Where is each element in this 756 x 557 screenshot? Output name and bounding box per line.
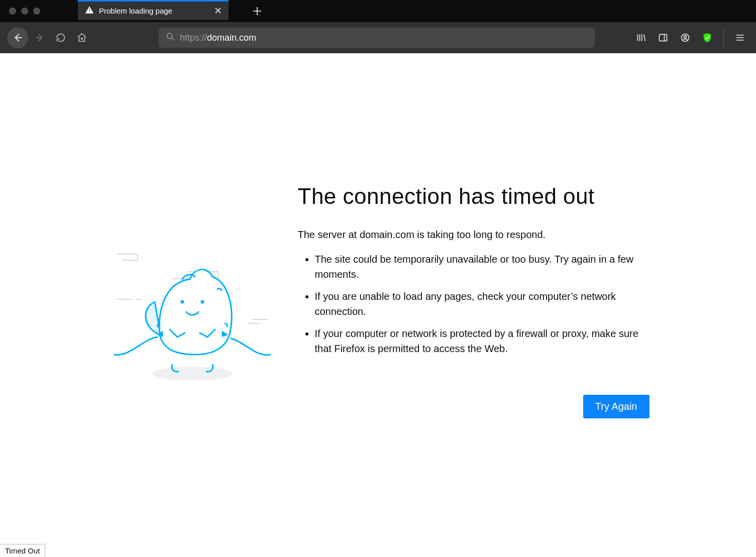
url-host: domain.com [207,33,256,43]
sidebar-button[interactable] [654,29,672,47]
back-button[interactable] [7,27,28,48]
traffic-lights [9,8,40,15]
error-bullet: If you are unable to load any pages, che… [315,289,650,319]
error-container: The connection has timed out The server … [107,184,650,380]
svg-point-1 [167,33,172,39]
error-heading: The connection has timed out [298,184,650,209]
library-button[interactable] [632,29,650,47]
svg-point-4 [684,36,687,38]
browser-window: Problem loading page https://domain.com [0,0,756,557]
content-area: The connection has timed out The server … [0,53,756,557]
error-suggestions: The site could be temporarily unavailabl… [298,252,650,356]
error-copy: The connection has timed out The server … [278,184,650,380]
svg-point-6 [181,301,183,303]
svg-point-0 [81,38,83,39]
url-bar[interactable]: https://domain.com [159,28,595,48]
toolbar: https://domain.com [0,22,756,53]
error-bullet: If your computer or network is protected… [315,326,650,356]
toolbar-divider [723,29,724,46]
new-tab-button[interactable] [246,0,268,22]
error-message: The server at domain.com is taking too l… [298,229,650,241]
account-button[interactable] [676,29,694,47]
url-text: https://domain.com [180,33,256,43]
url-protocol: https:// [180,33,207,43]
error-bullet: The site could be temporarily unavailabl… [315,252,650,282]
titlebar: Problem loading page [0,0,756,22]
protection-shield-icon[interactable] [698,29,716,47]
warning-icon [85,6,94,17]
svg-point-5 [152,367,233,380]
tab-title: Problem loading page [99,7,214,15]
status-bar: Timed Out [0,544,45,557]
traffic-zoom[interactable] [33,8,40,15]
active-tab[interactable]: Problem loading page [78,0,229,20]
forward-button [30,28,49,47]
try-again-button[interactable]: Try Again [583,395,650,418]
traffic-close[interactable] [9,8,16,15]
toolbar-right [632,29,749,47]
menu-button[interactable] [731,29,749,47]
home-button[interactable] [72,28,91,47]
close-icon[interactable] [214,7,222,16]
reload-button[interactable] [51,28,70,47]
svg-point-7 [201,301,203,303]
traffic-minimize[interactable] [21,8,28,15]
svg-rect-2 [660,34,667,41]
search-icon [166,32,175,43]
error-illustration [107,214,278,380]
